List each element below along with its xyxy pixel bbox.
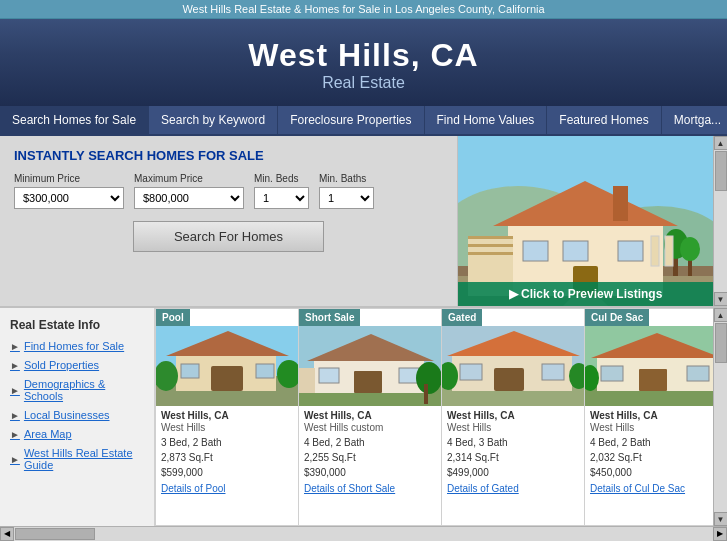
svg-point-40: [416, 362, 441, 394]
scroll-right-arrow[interactable]: ▶: [713, 527, 727, 541]
scroll-up-arrow[interactable]: ▲: [714, 136, 728, 150]
site-subtitle: Real Estate: [0, 74, 727, 92]
svg-rect-28: [181, 364, 199, 378]
scroll-thumb-bottom[interactable]: [715, 323, 727, 363]
svg-rect-55: [639, 369, 667, 391]
listing-price-1: $599,000: [161, 467, 203, 478]
listing-location-2: West Hills, CA: [304, 410, 436, 421]
svg-rect-41: [424, 384, 428, 404]
listing-link-4[interactable]: Details of Cul De Sac: [590, 483, 713, 494]
sidebar-arrow-5: ►: [10, 429, 20, 440]
sidebar-item-find-homes[interactable]: ► Find Homes for Sale: [10, 340, 144, 352]
site-title: West Hills, CA: [0, 37, 727, 74]
nav-search-homes[interactable]: Search Homes for Sale: [0, 106, 149, 134]
min-beds-label: Min. Beds: [254, 173, 309, 184]
min-baths-select[interactable]: 1234: [319, 187, 374, 209]
svg-rect-14: [468, 244, 513, 247]
listing-sqft-1: 2,873 Sq.Ft: [161, 452, 213, 463]
sidebar-link-label-2: Sold Properties: [24, 359, 99, 371]
listing-beds-4: 4 Bed, 2 Bath: [590, 437, 651, 448]
min-beds-group: Min. Beds 12345: [254, 173, 309, 209]
sidebar-item-guide[interactable]: ► West Hills Real Estate Guide: [10, 447, 144, 471]
listing-sub-1: West Hills: [161, 422, 293, 433]
listing-card-2: Short Sale West Hills, CA West Hill: [298, 308, 441, 526]
nav-featured-homes[interactable]: Featured Homes: [547, 106, 661, 134]
sidebar-item-area-map[interactable]: ► Area Map: [10, 428, 144, 440]
svg-rect-57: [687, 366, 709, 381]
listing-info-1: West Hills, CA West Hills 3 Bed, 2 Bath …: [156, 406, 298, 498]
sidebar-item-sold[interactable]: ► Sold Properties: [10, 359, 144, 371]
min-price-group: Minimum Price $300,000 $0 $100,000 $200,…: [14, 173, 124, 209]
nav-home-values[interactable]: Find Home Values: [425, 106, 548, 134]
min-price-select[interactable]: $300,000 $0 $100,000 $200,000 $400,000 $…: [14, 187, 124, 209]
sidebar-link-label-1: Find Homes for Sale: [24, 340, 124, 352]
main-section: INSTANTLY SEARCH HOMES FOR SALE Minimum …: [0, 136, 727, 306]
listing-image-4: [585, 326, 713, 406]
sidebar-arrow-6: ►: [10, 454, 20, 465]
listing-beds-2: 4 Bed, 2 Bath: [304, 437, 365, 448]
min-beds-select[interactable]: 12345: [254, 187, 309, 209]
svg-rect-46: [494, 368, 524, 391]
min-price-label: Minimum Price: [14, 173, 124, 184]
listing-price-3: $499,000: [447, 467, 489, 478]
sidebar-link-label-4: Local Businesses: [24, 409, 110, 421]
max-price-group: Maximum Price $800,000 $500,000 $600,000…: [134, 173, 244, 209]
listing-card-3: Gated West Hills, CA West Hills: [441, 308, 584, 526]
top-bar: West Hills Real Estate & Homes for Sale …: [0, 0, 727, 19]
svg-rect-37: [319, 368, 339, 383]
listing-sqft-3: 2,314 Sq.Ft: [447, 452, 499, 463]
hscroll-thumb[interactable]: [15, 528, 95, 540]
svg-rect-22: [665, 236, 673, 266]
listing-link-1[interactable]: Details of Pool: [161, 483, 293, 494]
scroll-up-arrow-bottom[interactable]: ▲: [714, 308, 728, 322]
search-button[interactable]: Search For Homes: [133, 221, 324, 252]
svg-rect-38: [399, 368, 419, 383]
listing-beds-3: 4 Bed, 3 Bath: [447, 437, 508, 448]
svg-rect-56: [601, 366, 623, 381]
sidebar-link-label-6: West Hills Real Estate Guide: [24, 447, 144, 471]
sidebar-arrow-2: ►: [10, 360, 20, 371]
listing-beds-1: 3 Bed, 2 Bath: [161, 437, 222, 448]
right-scrollbar: ▲ ▼: [713, 136, 727, 306]
listing-location-3: West Hills, CA: [447, 410, 579, 421]
bottom-scrollbar: ◀ ▶: [0, 526, 727, 540]
sidebar-item-businesses[interactable]: ► Local Businesses: [10, 409, 144, 421]
property-image: [458, 136, 713, 306]
sidebar-link-label-3: Demographics & Schools: [24, 378, 144, 402]
listing-sub-2: West Hills custom: [304, 422, 436, 433]
listing-card-4: Cul De Sac West Hills, CA West Hill: [584, 308, 713, 526]
scroll-down-arrow[interactable]: ▼: [714, 292, 728, 306]
scroll-down-arrow-bottom[interactable]: ▼: [714, 512, 728, 526]
scroll-track-bottom: [714, 322, 728, 512]
hscroll-track: [14, 527, 713, 541]
scroll-left-arrow[interactable]: ◀: [0, 527, 14, 541]
listing-link-3[interactable]: Details of Gated: [447, 483, 579, 494]
nav-mortgage[interactable]: Mortga...: [662, 106, 727, 134]
sidebar-arrow-4: ►: [10, 410, 20, 421]
nav-search-keyword[interactable]: Search by Keyword: [149, 106, 278, 134]
listing-badge-4: Cul De Sac: [585, 309, 649, 326]
listing-image-2: [299, 326, 441, 406]
min-baths-group: Min. Baths 1234: [319, 173, 374, 209]
svg-rect-21: [651, 236, 659, 266]
listing-link-2[interactable]: Details of Short Sale: [304, 483, 436, 494]
svg-rect-8: [523, 241, 548, 261]
svg-rect-7: [613, 186, 628, 221]
listing-price-2: $390,000: [304, 467, 346, 478]
max-price-select[interactable]: $800,000 $500,000 $600,000 $700,000 $900…: [134, 187, 244, 209]
svg-rect-48: [542, 364, 564, 380]
listing-details-3: 4 Bed, 3 Bath 2,314 Sq.Ft $499,000: [447, 435, 579, 480]
svg-rect-9: [563, 241, 588, 261]
scroll-track: [714, 150, 728, 292]
listing-sub-4: West Hills: [590, 422, 713, 433]
scroll-thumb[interactable]: [715, 151, 727, 191]
preview-label[interactable]: ▶ Click to Preview Listings: [458, 282, 713, 306]
listing-badge-1: Pool: [156, 309, 190, 326]
sidebar-item-demographics[interactable]: ► Demographics & Schools: [10, 378, 144, 402]
svg-rect-15: [468, 252, 513, 255]
svg-rect-13: [468, 236, 513, 239]
nav-foreclosure[interactable]: Foreclosure Properties: [278, 106, 424, 134]
max-price-label: Maximum Price: [134, 173, 244, 184]
property-preview: ▶ Click to Preview Listings: [458, 136, 713, 306]
listing-info-4: West Hills, CA West Hills 4 Bed, 2 Bath …: [585, 406, 713, 498]
